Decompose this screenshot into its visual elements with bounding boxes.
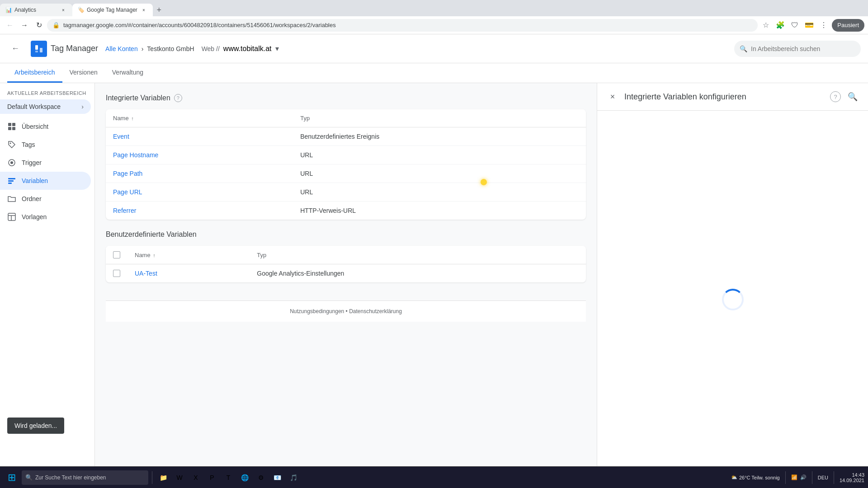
- sidebar-item-trigger[interactable]: Trigger: [0, 154, 91, 172]
- page-url-link[interactable]: Page URL: [113, 188, 142, 196]
- reload-button[interactable]: ↻: [33, 19, 45, 32]
- sidebar-tags-label: Tags: [22, 141, 35, 148]
- taskbar-clock[interactable]: 14:43 14.09.2021: [840, 472, 864, 483]
- svg-rect-12: [8, 180, 14, 182]
- breadcrumb-child: Testkonto GmbH: [147, 45, 194, 52]
- taskbar-files-icon[interactable]: 📁: [156, 470, 170, 485]
- taskbar-search[interactable]: 🔍 Zur Suche Text hier eingeben: [22, 470, 148, 485]
- referrer-type: HTTP-Verweis-URL: [293, 202, 586, 220]
- svg-point-8: [10, 143, 11, 144]
- ua-test-link[interactable]: UA-Test: [135, 270, 157, 277]
- sidebar-workspace-item[interactable]: Default Workspace ›: [0, 99, 91, 114]
- workspace-selector[interactable]: Web // www.tobitalk.at ▾: [202, 44, 279, 53]
- taskbar-divider: [152, 471, 152, 484]
- app-container: ← Tag Manager Alle Konten › Testkonto Gm…: [0, 34, 868, 488]
- custom-vars-name-col: Name ↑: [127, 246, 250, 264]
- sidebar-item-ubersicht[interactable]: Übersicht: [0, 117, 91, 136]
- svg-rect-11: [8, 178, 15, 179]
- side-panel-close-button[interactable]: ×: [606, 90, 619, 103]
- taskbar-excel-icon[interactable]: X: [189, 470, 203, 485]
- address-bar[interactable]: 🔒 tagmanager.google.com/#/container/acco…: [47, 19, 758, 32]
- toolbar-actions: ☆ 🧩 🛡 💳 ⋮ Pausiert: [760, 19, 864, 32]
- wallet-icon[interactable]: 💳: [803, 19, 816, 32]
- back-to-home-button[interactable]: ←: [7, 41, 24, 57]
- page-path-link[interactable]: Page Path: [113, 170, 142, 177]
- browser-toolbar: ← → ↻ 🔒 tagmanager.google.com/#/containe…: [0, 16, 868, 34]
- network-icon[interactable]: 📶: [791, 474, 797, 480]
- start-button[interactable]: ⊞: [4, 469, 20, 486]
- extensions-icon[interactable]: 🧩: [774, 19, 787, 32]
- taskbar-teams-icon[interactable]: T: [221, 470, 236, 485]
- bookmark-icon[interactable]: ☆: [760, 19, 772, 32]
- search-input[interactable]: [751, 45, 855, 52]
- integrated-vars-help-icon[interactable]: ?: [174, 94, 182, 102]
- event-link[interactable]: Event: [113, 133, 129, 140]
- taskbar-divider-4: [834, 471, 834, 484]
- sidebar-vorlagen-label: Vorlagen: [22, 213, 47, 221]
- svg-rect-7: [12, 127, 15, 130]
- new-tab-button[interactable]: +: [153, 4, 165, 16]
- sound-icon[interactable]: 🔊: [800, 474, 807, 480]
- tab-versionen[interactable]: Versionen: [62, 63, 105, 83]
- gtm-header: ← Tag Manager Alle Konten › Testkonto Gm…: [0, 34, 868, 63]
- ua-test-type: Google Analytics-Einstellungen: [250, 264, 586, 283]
- side-panel-title: Integrierte Variablen konfigurieren: [624, 92, 825, 102]
- workspace-section-label: AKTUELLER ARBEITSBEREICH: [0, 90, 94, 99]
- sidebar-item-ordner[interactable]: Ordner: [0, 190, 91, 208]
- taskbar-misc-icon-1[interactable]: ⚙: [254, 470, 268, 485]
- workspace-prefix: Web //: [202, 45, 220, 52]
- privacy-link[interactable]: Datenschutzerklärung: [349, 308, 402, 314]
- svg-rect-3: [35, 51, 38, 52]
- forward-button[interactable]: →: [18, 19, 31, 32]
- side-panel-search-icon[interactable]: 🔍: [846, 90, 859, 103]
- referrer-link[interactable]: Referrer: [113, 207, 136, 214]
- ua-test-checkbox[interactable]: [113, 270, 120, 277]
- gtm-logo: Tag Manager: [31, 41, 98, 57]
- analytics-favicon: 📊: [5, 7, 12, 13]
- taskbar-search-text: Zur Suche Text hier eingeben: [35, 474, 106, 481]
- name-sort-icon[interactable]: ↑: [131, 116, 134, 121]
- page-hostname-link[interactable]: Page Hostname: [113, 151, 158, 159]
- table-row: Page Hostname URL: [106, 146, 586, 164]
- taskbar-chrome-icon[interactable]: 🌐: [237, 470, 252, 485]
- taskbar-misc-icon-3[interactable]: 🎵: [286, 470, 301, 485]
- shield-icon[interactable]: 🛡: [788, 19, 801, 32]
- back-button[interactable]: ←: [4, 19, 16, 32]
- header-search[interactable]: 🔍: [734, 41, 861, 57]
- breadcrumb-parent[interactable]: Alle Konten: [105, 45, 138, 52]
- tab-gtm-close[interactable]: ×: [140, 6, 147, 14]
- browser-chrome: 📊 Analytics × 🏷️ Google Tag Manager × + …: [0, 0, 868, 34]
- tab-analytics[interactable]: 📊 Analytics ×: [0, 4, 72, 16]
- sidebar-item-variablen[interactable]: Variablen: [0, 172, 91, 190]
- table-row: Referrer HTTP-Verweis-URL: [106, 202, 586, 220]
- custom-name-sort-icon[interactable]: ↑: [153, 253, 156, 258]
- side-panel-help-icon[interactable]: ?: [830, 91, 841, 102]
- tab-verwaltung[interactable]: Verwaltung: [105, 63, 151, 83]
- terms-link[interactable]: Nutzungsbedingungen: [290, 308, 344, 314]
- sidebar-item-vorlagen[interactable]: Vorlagen: [0, 208, 91, 226]
- custom-vars-typ-col: Typ: [250, 246, 586, 264]
- svg-rect-5: [12, 123, 15, 126]
- taskbar-powerpoint-icon[interactable]: P: [205, 470, 219, 485]
- taskbar-weather: ⛅ 26°C Teilw. sonnig: [731, 474, 780, 480]
- svg-rect-2: [40, 48, 42, 52]
- tab-arbeitsbereich[interactable]: Arbeitsbereich: [7, 63, 62, 83]
- sidebar-item-tags[interactable]: Tags: [0, 136, 91, 154]
- integrated-vars-table: Name ↑ Typ Event Benutzerdefiniertes Ere…: [106, 109, 586, 220]
- profile-button[interactable]: Pausiert: [832, 19, 864, 32]
- tab-analytics-close[interactable]: ×: [60, 6, 67, 14]
- gtm-nav: Arbeitsbereich Versionen Verwaltung: [0, 63, 868, 83]
- taskbar-language: DEU: [818, 475, 828, 480]
- weather-text: 26°C Teilw. sonnig: [739, 475, 780, 480]
- more-icon[interactable]: ⋮: [817, 19, 830, 32]
- taskbar-misc-icon-2[interactable]: 📧: [270, 470, 284, 485]
- integrated-vars-title: Integrierte Variablen: [106, 94, 170, 102]
- sidebar-variablen-label: Variablen: [22, 177, 48, 184]
- select-all-checkbox[interactable]: [113, 251, 120, 258]
- table-row: Page Path URL: [106, 164, 586, 183]
- profile-label: Pausiert: [837, 22, 859, 28]
- svg-point-10: [10, 161, 13, 164]
- taskbar-word-icon[interactable]: W: [172, 470, 187, 485]
- tab-gtm[interactable]: 🏷️ Google Tag Manager ×: [72, 4, 153, 16]
- workspace-arrow-icon: ›: [81, 103, 84, 110]
